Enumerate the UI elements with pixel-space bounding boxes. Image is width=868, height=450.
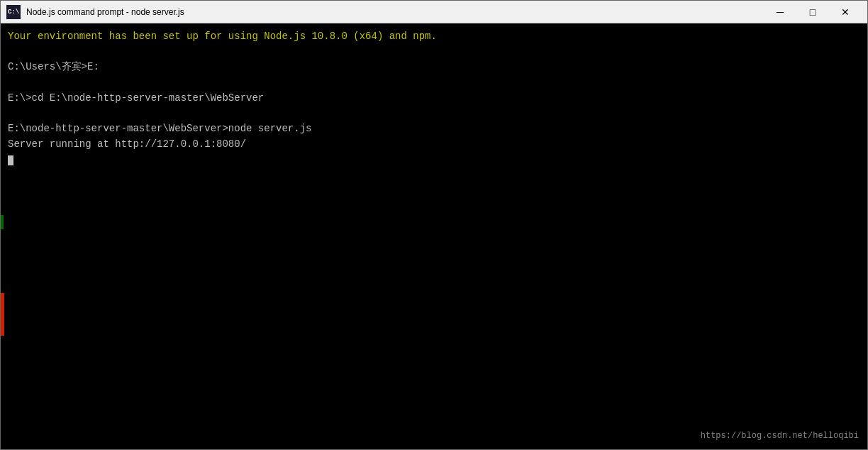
cursor (8, 155, 13, 165)
terminal-line-2: C:\Users\齐宾>E: (8, 60, 860, 75)
watermark: https://blog.csdn.net/helloqibi (701, 429, 859, 442)
terminal-line-5 (8, 106, 860, 121)
minimize-button[interactable]: ─ (764, 1, 796, 23)
left-accent-red (1, 293, 4, 336)
terminal-line-6: E:\node-http-server-master\WebServer>nod… (8, 121, 860, 137)
maximize-button[interactable]: □ (796, 1, 829, 23)
app-icon: C:\ (6, 5, 21, 19)
terminal-line-0: Your environment has been set up for usi… (8, 29, 860, 45)
terminal-line-4: E:\>cd E:\node-http-server-master\WebSer… (8, 91, 860, 106)
terminal-line-3 (8, 75, 860, 91)
terminal-line-7: Server running at http://127.0.0.1:8080/ (8, 137, 860, 153)
window-controls: ─ □ ✕ (764, 1, 862, 23)
title-bar: C:\ Node.js command prompt - node server… (1, 1, 867, 23)
terminal-window: C:\ Node.js command prompt - node server… (0, 0, 868, 450)
window-title: Node.js command prompt - node server.js (26, 7, 764, 17)
terminal-body[interactable]: Your environment has been set up for usi… (1, 23, 867, 449)
terminal-cursor-line (8, 153, 860, 168)
left-accent-green (1, 215, 4, 229)
close-button[interactable]: ✕ (829, 1, 862, 23)
terminal-line-1 (8, 45, 860, 60)
